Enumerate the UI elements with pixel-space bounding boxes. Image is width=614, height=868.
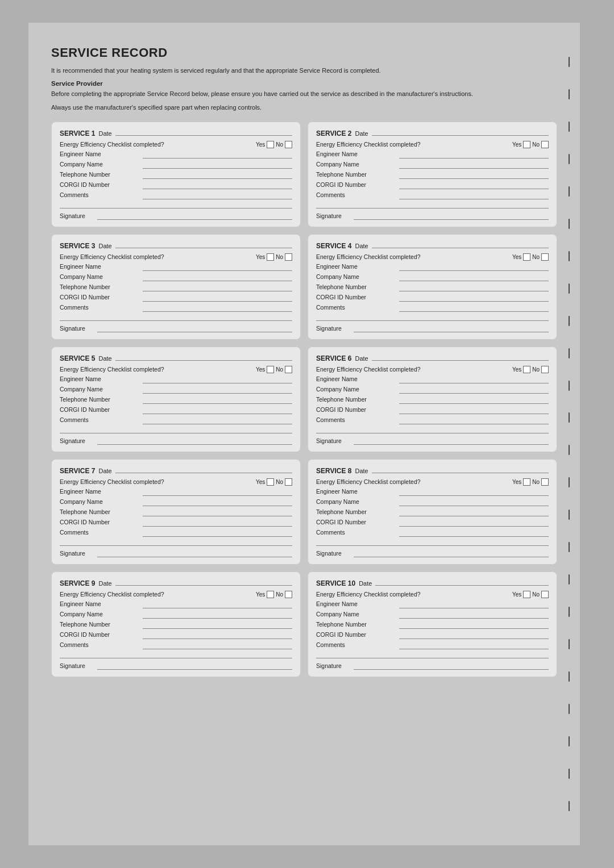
field-row-8-2: Telephone Number bbox=[316, 507, 549, 516]
service-date-field-6[interactable] bbox=[372, 353, 549, 361]
service-date-field-4[interactable] bbox=[372, 240, 549, 248]
field-input-7-3[interactable] bbox=[143, 518, 292, 527]
no-checkbox-6[interactable] bbox=[541, 366, 549, 373]
signature-field-5[interactable] bbox=[97, 437, 292, 445]
signature-field-1[interactable] bbox=[97, 212, 292, 220]
signature-field-3[interactable] bbox=[97, 324, 292, 332]
no-checkbox-4[interactable] bbox=[541, 253, 549, 261]
efficiency-row-5: Energy Efficiency Checklist completed?Ye… bbox=[60, 366, 292, 373]
field-input-10-0[interactable] bbox=[399, 599, 549, 608]
service-date-label-7: Date bbox=[98, 468, 111, 474]
field-input-8-4[interactable] bbox=[399, 528, 549, 537]
field-input-1-0[interactable] bbox=[143, 149, 292, 158]
no-checkbox-1[interactable] bbox=[285, 141, 292, 148]
field-input-5-0[interactable] bbox=[143, 374, 292, 383]
signature-field-8[interactable] bbox=[354, 549, 549, 557]
field-input-5-2[interactable] bbox=[143, 395, 292, 404]
no-checkbox-5[interactable] bbox=[285, 366, 292, 373]
field-input-3-1[interactable] bbox=[143, 272, 292, 281]
yes-checkbox-8[interactable] bbox=[523, 478, 530, 486]
signature-field-7[interactable] bbox=[97, 549, 292, 557]
field-input-6-0[interactable] bbox=[399, 374, 549, 383]
field-label-10-3: CORGI ID Number bbox=[316, 631, 396, 638]
field-input-2-3[interactable] bbox=[399, 180, 549, 189]
field-input-6-4[interactable] bbox=[399, 415, 549, 424]
field-input-1-3[interactable] bbox=[143, 180, 292, 189]
no-checkbox-7[interactable] bbox=[285, 478, 292, 486]
service-date-field-1[interactable] bbox=[115, 128, 292, 136]
field-input-6-2[interactable] bbox=[399, 395, 549, 404]
service-number-7: SERVICE 7 bbox=[60, 467, 95, 475]
signature-field-6[interactable] bbox=[354, 437, 549, 445]
field-input-3-4[interactable] bbox=[143, 303, 292, 312]
field-input-8-1[interactable] bbox=[399, 497, 549, 506]
service-card-1: SERVICE 1DateEnergy Efficiency Checklist… bbox=[51, 122, 301, 227]
yes-checkbox-5[interactable] bbox=[267, 366, 274, 373]
field-label-1-0: Engineer Name bbox=[60, 151, 139, 157]
field-input-3-2[interactable] bbox=[143, 282, 292, 291]
field-input-7-1[interactable] bbox=[143, 497, 292, 506]
signature-field-10[interactable] bbox=[354, 662, 549, 670]
field-input-6-1[interactable] bbox=[399, 385, 549, 394]
field-input-9-3[interactable] bbox=[143, 630, 292, 639]
service-date-field-8[interactable] bbox=[372, 465, 549, 473]
field-input-2-0[interactable] bbox=[399, 149, 549, 158]
field-input-8-2[interactable] bbox=[399, 507, 549, 516]
field-input-6-3[interactable] bbox=[399, 405, 549, 414]
yes-checkbox-1[interactable] bbox=[267, 141, 274, 148]
service-date-field-9[interactable] bbox=[115, 578, 292, 586]
service-date-field-5[interactable] bbox=[115, 353, 292, 361]
field-input-5-3[interactable] bbox=[143, 405, 292, 414]
field-input-8-3[interactable] bbox=[399, 518, 549, 527]
yes-checkbox-2[interactable] bbox=[523, 141, 530, 148]
dash bbox=[569, 445, 570, 455]
no-label-10: No bbox=[532, 591, 540, 598]
field-input-10-3[interactable] bbox=[399, 630, 549, 639]
field-input-1-2[interactable] bbox=[143, 170, 292, 179]
no-checkbox-9[interactable] bbox=[285, 591, 292, 598]
signature-field-4[interactable] bbox=[354, 324, 549, 332]
field-input-10-4[interactable] bbox=[399, 640, 549, 649]
field-input-4-4[interactable] bbox=[399, 303, 549, 312]
signature-field-9[interactable] bbox=[97, 662, 292, 670]
service-date-field-2[interactable] bbox=[372, 128, 549, 136]
field-input-3-0[interactable] bbox=[143, 262, 292, 271]
no-checkbox-3[interactable] bbox=[285, 253, 292, 261]
service-date-field-7[interactable] bbox=[115, 465, 292, 473]
service-date-field-10[interactable] bbox=[375, 578, 549, 586]
field-input-7-4[interactable] bbox=[143, 528, 292, 537]
field-input-4-1[interactable] bbox=[399, 272, 549, 281]
field-input-1-4[interactable] bbox=[143, 190, 292, 199]
field-input-9-1[interactable] bbox=[143, 610, 292, 619]
comments-extra-line-8 bbox=[316, 538, 549, 546]
field-input-9-4[interactable] bbox=[143, 640, 292, 649]
field-input-4-3[interactable] bbox=[399, 293, 549, 302]
no-checkbox-8[interactable] bbox=[541, 478, 549, 486]
field-input-3-3[interactable] bbox=[143, 293, 292, 302]
field-input-5-1[interactable] bbox=[143, 385, 292, 394]
yes-checkbox-10[interactable] bbox=[523, 591, 530, 598]
yes-checkbox-3[interactable] bbox=[267, 253, 274, 261]
field-input-10-1[interactable] bbox=[399, 610, 549, 619]
no-checkbox-2[interactable] bbox=[541, 141, 549, 148]
yes-checkbox-9[interactable] bbox=[267, 591, 274, 598]
field-input-2-4[interactable] bbox=[399, 190, 549, 199]
yes-checkbox-4[interactable] bbox=[523, 253, 530, 261]
field-input-4-0[interactable] bbox=[399, 262, 549, 271]
field-input-2-2[interactable] bbox=[399, 170, 549, 179]
field-input-8-0[interactable] bbox=[399, 487, 549, 496]
field-input-7-2[interactable] bbox=[143, 507, 292, 516]
field-input-1-1[interactable] bbox=[143, 160, 292, 169]
yes-checkbox-6[interactable] bbox=[523, 366, 530, 373]
field-input-4-2[interactable] bbox=[399, 282, 549, 291]
field-input-9-2[interactable] bbox=[143, 620, 292, 629]
yes-checkbox-7[interactable] bbox=[267, 478, 274, 486]
service-date-field-3[interactable] bbox=[115, 240, 292, 248]
field-input-2-1[interactable] bbox=[399, 160, 549, 169]
field-input-10-2[interactable] bbox=[399, 620, 549, 629]
field-input-9-0[interactable] bbox=[143, 599, 292, 608]
field-input-7-0[interactable] bbox=[143, 487, 292, 496]
no-checkbox-10[interactable] bbox=[541, 591, 549, 598]
field-input-5-4[interactable] bbox=[143, 415, 292, 424]
signature-field-2[interactable] bbox=[354, 212, 549, 220]
